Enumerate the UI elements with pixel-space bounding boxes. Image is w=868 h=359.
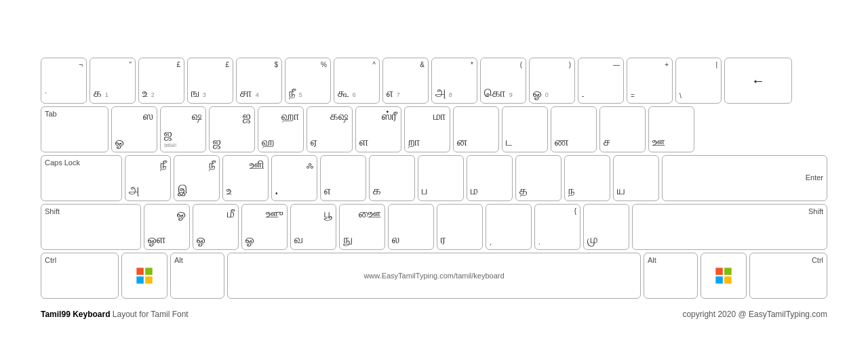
svg-rect-2 xyxy=(136,276,144,284)
key-ctrl-right[interactable]: Ctrl xyxy=(749,253,827,299)
key-comma[interactable]: , xyxy=(486,204,532,250)
key-s[interactable]: நீ இ xyxy=(174,155,220,201)
key-m[interactable]: ர xyxy=(437,204,483,250)
key-quote[interactable]: ய xyxy=(613,155,659,201)
key-x[interactable]: மீ ஓ xyxy=(193,204,239,250)
key-tab[interactable]: Tab xyxy=(41,106,108,152)
svg-rect-3 xyxy=(145,276,153,284)
key-semicolon[interactable]: ந xyxy=(564,155,610,201)
key-c[interactable]: ஊு ஓ xyxy=(241,204,288,250)
key-k[interactable]: ம xyxy=(467,155,513,201)
footer-right: copyright 2020 @ EasyTamilTyping.com xyxy=(682,310,827,319)
key-h[interactable]: க xyxy=(369,155,415,201)
key-tilde[interactable]: ¬ ` xyxy=(41,58,87,104)
keyboard-row-2: Tab ஸ ஓ ஷ ஜ ஊள ஜ ஜ ஹா ஹ கஷ ஏ ஸ்ரீ ள xyxy=(41,106,827,152)
key-u[interactable]: மா றா xyxy=(404,106,450,152)
key-e[interactable]: ஜ ஜ xyxy=(209,106,255,152)
key-q[interactable]: ஸ ஓ xyxy=(111,106,157,152)
key-b[interactable]: ஊை நு xyxy=(339,204,385,250)
key-alt-left[interactable]: Alt xyxy=(170,253,224,299)
key-bracket-l[interactable]: ச xyxy=(599,106,646,152)
key-t[interactable]: கஷ ஏ xyxy=(307,106,353,152)
key-f[interactable]: ஃ • xyxy=(271,155,317,201)
key-shift-left[interactable]: Shift xyxy=(41,204,141,250)
key-w[interactable]: ஷ ஜ ஊள xyxy=(160,106,206,152)
key-5[interactable]: % நீ 5 xyxy=(285,58,331,104)
key-slash[interactable]: மு xyxy=(583,204,629,250)
key-win-left[interactable] xyxy=(121,253,167,299)
key-0[interactable]: ) ஓ 0 xyxy=(529,58,575,104)
key-r[interactable]: ஹா ஹ xyxy=(258,106,304,152)
key-d[interactable]: ஊி உ xyxy=(222,155,269,201)
key-backslash[interactable]: | \ xyxy=(675,58,722,104)
key-g[interactable]: எ xyxy=(320,155,366,201)
svg-rect-5 xyxy=(724,268,732,275)
key-8[interactable]: * அ 8 xyxy=(431,58,477,104)
keyboard-row-4: Shift ஓ ஓள மீ ஓ ஊு ஓ பூ வ ஊை நு ல ர xyxy=(41,204,827,250)
key-l[interactable]: த xyxy=(515,155,561,201)
key-6[interactable]: ^ கூ 6 xyxy=(334,58,380,104)
key-ctrl-left[interactable]: Ctrl xyxy=(41,253,119,299)
key-minus[interactable]: — - xyxy=(578,58,624,104)
windows-icon-right xyxy=(714,266,733,285)
keyboard-row-3: Caps Lock நீ அ நீ இ ஊி உ ஃ • எ க ப xyxy=(41,155,827,201)
key-1[interactable]: " க 1 xyxy=(90,58,136,104)
key-v[interactable]: பூ வ xyxy=(290,204,336,250)
keyboard-row-5: Ctrl Alt www.EasyTamilTyping.com/tamil/k… xyxy=(41,253,827,299)
key-equal[interactable]: + = xyxy=(627,58,673,104)
footer: Tamil99 Keyboard Layout for Tamil Font c… xyxy=(0,305,868,322)
keyboard-row-1: ¬ ` " க 1 £ உ 2 £ ங 3 $ சா 4 % நீ 5 ^ xyxy=(41,58,827,104)
svg-rect-6 xyxy=(715,276,723,284)
key-a[interactable]: நீ அ xyxy=(125,155,171,201)
footer-left: Tamil99 Keyboard Layout for Tamil Font xyxy=(41,310,189,319)
key-9[interactable]: ( கொ 9 xyxy=(480,58,526,104)
key-i[interactable]: ன xyxy=(453,106,499,152)
keyboard-wrapper: ¬ ` " க 1 £ உ 2 £ ங 3 $ சா 4 % நீ 5 ^ xyxy=(0,37,868,305)
key-caps-lock[interactable]: Caps Lock xyxy=(41,155,122,201)
svg-rect-7 xyxy=(724,276,732,284)
key-bracket-r[interactable]: ஊ xyxy=(648,106,694,152)
key-backspace[interactable]: ← xyxy=(724,58,792,104)
key-z[interactable]: ஓ ஓள xyxy=(144,204,190,250)
key-2[interactable]: £ உ 2 xyxy=(138,58,184,104)
key-alt-right[interactable]: Alt xyxy=(644,253,698,299)
svg-rect-1 xyxy=(145,268,153,275)
key-y[interactable]: ஸ்ரீ ள xyxy=(355,106,401,152)
windows-icon xyxy=(135,266,154,285)
key-enter[interactable]: Enter xyxy=(662,155,827,201)
svg-rect-4 xyxy=(715,268,723,275)
key-shift-right[interactable]: Shift xyxy=(632,204,827,250)
key-o[interactable]: ட xyxy=(502,106,548,152)
key-3[interactable]: £ ங 3 xyxy=(187,58,233,104)
key-j[interactable]: ப xyxy=(418,155,464,201)
key-space[interactable]: www.EasyTamilTyping.com/tamil/keyboard xyxy=(227,253,641,299)
key-win-right[interactable] xyxy=(701,253,747,299)
key-p[interactable]: ண xyxy=(551,106,597,152)
key-n[interactable]: ல xyxy=(388,204,434,250)
key-7[interactable]: & எ 7 xyxy=(382,58,429,104)
svg-rect-0 xyxy=(136,268,144,275)
key-4[interactable]: $ சா 4 xyxy=(236,58,282,104)
key-period[interactable]: { . xyxy=(534,204,580,250)
